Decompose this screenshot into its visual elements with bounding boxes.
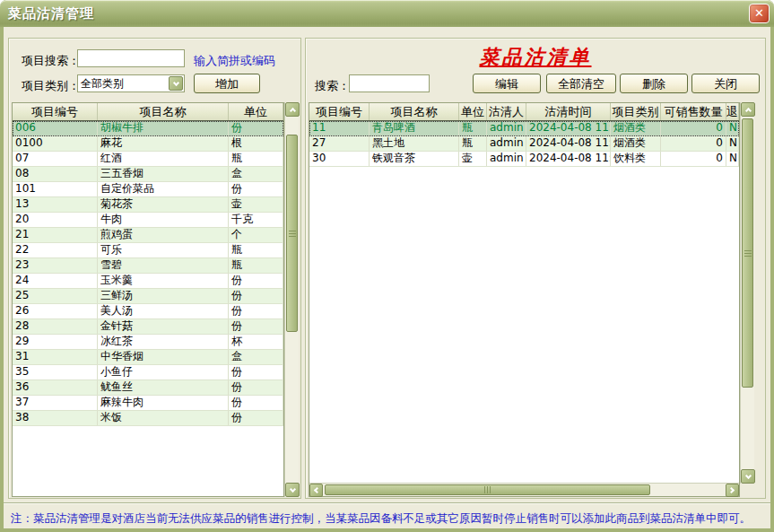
table-row[interactable]: 13菊花茶壶 <box>13 197 283 213</box>
column-header[interactable]: 项目名称 <box>370 103 459 120</box>
table-cell: 份 <box>229 304 283 318</box>
table-row[interactable]: 30铁观音茶壶admin2024-04-08 11:0饮料类0N <box>309 152 739 167</box>
window-title: 菜品沽清管理 <box>8 5 94 22</box>
table-cell: N <box>726 121 739 135</box>
table-cell: 胡椒牛排 <box>98 121 229 135</box>
table-cell: N <box>726 136 739 151</box>
category-label: 项目类别： <box>22 78 80 94</box>
table-row[interactable]: 26美人汤份 <box>13 304 283 319</box>
table-cell: 35 <box>13 365 98 379</box>
table-cell: 份 <box>229 411 283 425</box>
soldout-table-hscrollbar[interactable] <box>309 483 739 496</box>
table-row[interactable]: 006胡椒牛排份 <box>13 121 283 136</box>
scroll-up-button[interactable] <box>285 102 300 117</box>
column-header[interactable]: 退 <box>726 103 739 120</box>
table-row[interactable]: 101自定价菜品份 <box>13 182 283 197</box>
table-cell: 份 <box>229 365 283 379</box>
table-cell: admin <box>487 152 526 166</box>
table-row[interactable]: 25三鲜汤份 <box>13 289 283 304</box>
table-row[interactable]: 0100麻花根 <box>13 136 283 152</box>
column-header[interactable]: 项目类别 <box>611 103 661 120</box>
table-row[interactable]: 24玉米羹份 <box>13 274 283 289</box>
table-row[interactable]: 21煎鸡蛋个 <box>13 228 283 243</box>
close-button[interactable]: ✕ <box>749 4 770 23</box>
scroll-left-button[interactable] <box>309 484 323 497</box>
table-cell: 13 <box>13 197 98 212</box>
item-search-label: 项目搜索： <box>22 53 80 69</box>
table-cell: 自定价菜品 <box>98 182 229 196</box>
table-cell: 瓶 <box>229 258 283 273</box>
add-button[interactable]: 增加 <box>194 74 260 93</box>
table-cell: 米饭 <box>98 411 229 425</box>
soldout-search-label: 搜索： <box>315 78 350 94</box>
soldout-table-vscrollbar[interactable] <box>740 102 754 484</box>
table-row[interactable]: 37麻辣牛肉份 <box>13 396 283 411</box>
table-row[interactable]: 38米饭份 <box>13 411 283 426</box>
column-header[interactable]: 项目编号 <box>309 103 370 120</box>
column-header[interactable]: 沽清时间 <box>526 103 611 120</box>
scroll-down-button[interactable] <box>741 469 755 484</box>
column-header[interactable]: 项目编号 <box>13 103 98 120</box>
column-header[interactable]: 单位 <box>229 103 283 120</box>
table-cell: 24 <box>13 274 98 288</box>
column-header[interactable]: 沽清人 <box>487 103 526 120</box>
clear-all-button[interactable]: 全部清空 <box>546 74 616 93</box>
table-cell: 个 <box>229 228 283 242</box>
column-header[interactable]: 单位 <box>459 103 487 120</box>
table-row[interactable]: 36鱿鱼丝份 <box>13 380 283 396</box>
table-cell: 麻辣牛肉 <box>98 396 229 410</box>
scrollbar-thumb[interactable] <box>286 135 298 332</box>
table-row[interactable]: 11青岛啤酒瓶admin2024-04-08 11:0烟酒类0N <box>309 121 739 136</box>
table-row[interactable]: 08三五香烟盒 <box>13 167 283 182</box>
table-row[interactable]: 31中华香烟盒 <box>13 350 283 365</box>
table-cell: 中华香烟 <box>98 350 229 364</box>
table-row[interactable]: 23雪碧瓶 <box>13 258 283 274</box>
soldout-table-body: 11青岛啤酒瓶admin2024-04-08 11:0烟酒类0N27黑土地瓶ad… <box>309 121 739 483</box>
delete-button[interactable]: 删除 <box>620 74 688 93</box>
table-row[interactable]: 28金针菇份 <box>13 319 283 335</box>
scroll-right-button[interactable] <box>726 484 739 497</box>
column-header[interactable]: 可销售数量 <box>661 103 726 120</box>
close-dialog-button[interactable]: 关闭 <box>691 74 760 93</box>
table-cell: 27 <box>309 136 370 151</box>
item-search-hint: 输入简拼或编码 <box>194 53 275 69</box>
dialog-window: 菜品沽清管理 ✕ 项目搜索： 输入简拼或编码 项目类别： 全部类别 增加 项目编… <box>0 0 774 532</box>
table-cell: 雪碧 <box>98 258 229 273</box>
table-row[interactable]: 29冰红茶杯 <box>13 335 283 350</box>
table-cell: 煎鸡蛋 <box>98 228 229 242</box>
scrollbar-track[interactable] <box>285 117 299 483</box>
table-cell: 瓶 <box>229 152 283 166</box>
table-cell: 壶 <box>229 197 283 212</box>
column-header[interactable]: 项目名称 <box>98 103 229 120</box>
chevron-down-icon <box>744 472 751 478</box>
table-row[interactable]: 20牛肉千克 <box>13 213 283 228</box>
scrollbar-track[interactable] <box>741 117 754 469</box>
footer-note: 注：菜品沽清管理是对酒店当前无法供应菜品的销售进行控制，当某菜品因备料不足或其它… <box>11 511 751 525</box>
scrollbar-track[interactable] <box>323 484 726 496</box>
table-cell: 2024-04-08 11:0 <box>526 136 611 151</box>
scroll-up-button[interactable] <box>741 102 755 117</box>
table-cell: 菊花茶 <box>98 197 229 212</box>
item-search-input[interactable] <box>77 49 185 67</box>
table-cell: 36 <box>13 380 98 395</box>
scrollbar-thumb[interactable] <box>742 118 753 388</box>
close-icon: ✕ <box>754 6 764 20</box>
scrollbar-thumb[interactable] <box>325 484 650 495</box>
table-cell: 牛肉 <box>98 213 229 227</box>
table-cell: 盒 <box>229 350 283 364</box>
table-cell: 根 <box>229 136 283 151</box>
soldout-search-input[interactable] <box>349 74 430 92</box>
category-select[interactable]: 全部类别 <box>77 74 185 92</box>
table-row[interactable]: 22可乐瓶 <box>13 243 283 258</box>
edit-button[interactable]: 编辑 <box>473 74 541 93</box>
table-row[interactable]: 07红酒瓶 <box>13 152 283 167</box>
table-cell: 份 <box>229 182 283 196</box>
table-cell: 38 <box>13 411 98 425</box>
table-cell: 金针菇 <box>98 319 229 334</box>
item-table-vscrollbar[interactable] <box>284 102 299 497</box>
chevron-down-icon[interactable] <box>169 76 183 91</box>
table-row[interactable]: 35小鱼仔份 <box>13 365 283 380</box>
scroll-down-button[interactable] <box>285 483 300 497</box>
chevron-up-icon <box>289 107 295 113</box>
table-row[interactable]: 27黑土地瓶admin2024-04-08 11:0烟酒类0N <box>309 136 739 152</box>
